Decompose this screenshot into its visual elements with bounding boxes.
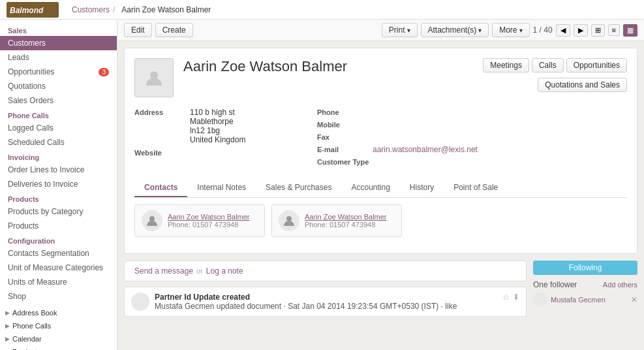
- breadcrumb-current: Aarin Zoe Watson Balmer: [121, 5, 211, 14]
- sidebar-item-order-lines[interactable]: Order Lines to Invoice: [0, 163, 117, 177]
- contact-avatar-0: [142, 210, 162, 231]
- contact-info-section: Phone Mobile Fax E-mail aarin.watsonbalm…: [317, 107, 480, 169]
- view-kanban-button[interactable]: ⊞: [591, 24, 605, 37]
- contact-name-1[interactable]: Aarin Zoe Watson Balmer: [305, 213, 387, 221]
- content-area: Edit Create Print Attachment(s) More 1 /…: [117, 20, 644, 350]
- sidebar-group-calendar[interactable]: Calendar: [0, 332, 117, 345]
- city: Mablethorpe: [190, 117, 245, 126]
- pagination-count: 1 / 40: [533, 25, 553, 35]
- activity-meta: Mustafa Gecmen updated document · Sat Ja…: [155, 302, 497, 311]
- calls-button[interactable]: Calls: [532, 58, 564, 72]
- sidebar: Sales Customers Leads Opportunities 3 Qu…: [0, 20, 117, 350]
- tab-accounting[interactable]: Accounting: [341, 179, 399, 197]
- create-button[interactable]: Create: [155, 23, 193, 37]
- send-bar: Send a message or Log a note: [124, 261, 527, 281]
- sidebar-item-deliveries[interactable]: Deliveries to Invoice: [0, 177, 117, 191]
- logo: Balmond: [7, 2, 59, 18]
- activity-user-link[interactable]: Mustafa Gecmen: [155, 302, 214, 311]
- address-section: Address 110 b high st Mablethorpe ln12 1…: [134, 107, 317, 169]
- contact-card-0: Aarin Zoe Watson Balmer Phone: 01507 473…: [134, 204, 265, 237]
- address-label: Address: [134, 107, 187, 118]
- sidebar-item-customers[interactable]: Customers: [0, 36, 117, 50]
- sidebar-item-sales-orders[interactable]: Sales Orders: [0, 93, 117, 108]
- activity-user-avatar: [131, 293, 149, 311]
- followers-header: One follower Add others: [533, 280, 637, 289]
- attachments-button[interactable]: Attachment(s): [421, 23, 489, 37]
- breadcrumb-separator: /: [113, 5, 115, 14]
- download-icon[interactable]: ⬇: [513, 293, 519, 302]
- contact-phone-1: Phone: 01507 473948: [305, 221, 387, 229]
- email-value[interactable]: aarin.watsonbalmer@lexis.net: [373, 144, 478, 155]
- sidebar-item-units-of-measure[interactable]: Units of Measure: [0, 275, 117, 289]
- next-button[interactable]: ▶: [574, 24, 588, 37]
- sidebar-item-opportunities[interactable]: Opportunities 3: [0, 65, 117, 79]
- followers-section: Following One follower Add others Mustaf…: [533, 261, 637, 317]
- send-message-link[interactable]: Send a message: [134, 266, 193, 276]
- tab-point-of-sale[interactable]: Point of Sale: [444, 179, 508, 197]
- follower-remove-0[interactable]: ✕: [631, 295, 637, 304]
- svg-point-4: [286, 216, 292, 221]
- sidebar-section-phone-calls: Phone Calls Logged Calls Scheduled Calls: [0, 108, 117, 150]
- customer-card: Aarin Zoe Watson Balmer Meetings Calls O…: [124, 48, 637, 254]
- sidebar-group-products[interactable]: Products: [0, 345, 117, 350]
- activity-content: Partner Id Update created Mustafa Gecmen…: [155, 293, 497, 311]
- meetings-button[interactable]: Meetings: [483, 58, 529, 72]
- sidebar-item-logged-calls[interactable]: Logged Calls: [0, 121, 117, 135]
- pagination: 1 / 40 ◀ ▶ ⊞ ≡ ▦: [533, 24, 637, 37]
- street: 110 b high st: [190, 108, 245, 117]
- sidebar-item-shop[interactable]: Shop: [0, 289, 117, 304]
- sidebar-group-address-book[interactable]: Address Book: [0, 306, 117, 319]
- opportunities-button[interactable]: Opportunities: [566, 58, 627, 72]
- sidebar-section-label-sales: Sales: [0, 23, 117, 36]
- activity-feed: Partner Id Update created Mustafa Gecmen…: [124, 287, 527, 317]
- customer-name: Aarin Zoe Watson Balmer: [183, 58, 483, 75]
- star-icon[interactable]: ☆: [502, 293, 510, 302]
- activity-like-link[interactable]: like: [445, 302, 457, 311]
- tab-internal-notes[interactable]: Internal Notes: [187, 179, 256, 197]
- contacts-grid: Aarin Zoe Watson Balmer Phone: 01507 473…: [134, 198, 627, 244]
- prev-button[interactable]: ◀: [556, 24, 570, 37]
- sidebar-groups: Address Book Phone Calls Calendar Produc…: [0, 306, 117, 350]
- activity-section: Send a message or Log a note Partner Id …: [124, 261, 527, 317]
- tab-contacts[interactable]: Contacts: [134, 179, 187, 197]
- follower-name-0[interactable]: Mustafa Gecmen: [551, 296, 628, 304]
- more-button[interactable]: More: [492, 23, 529, 37]
- address-value: 110 b high st Mablethorpe ln12 1bg Unite…: [187, 108, 245, 144]
- sidebar-item-products[interactable]: Products: [0, 219, 117, 233]
- contact-phone-0: Phone: 01507 473948: [168, 221, 250, 229]
- view-list-button[interactable]: ≡: [608, 24, 620, 36]
- country: United Kingdom: [190, 135, 245, 144]
- follower-count: One follower: [533, 280, 577, 289]
- sidebar-section-label-configuration: Configuration: [0, 233, 117, 246]
- breadcrumb-parent[interactable]: Customers: [72, 5, 110, 14]
- sidebar-item-scheduled-calls[interactable]: Scheduled Calls: [0, 135, 117, 150]
- postcode: ln12 1bg: [190, 126, 245, 135]
- tab-sales-purchases[interactable]: Sales & Purchases: [256, 179, 341, 197]
- sidebar-section-configuration: Configuration Contacts Segmentation Unit…: [0, 233, 117, 304]
- action-bar: Edit Create Print Attachment(s) More 1 /…: [117, 20, 644, 41]
- mobile-label: Mobile: [317, 119, 369, 130]
- card-header: Aarin Zoe Watson Balmer Meetings Calls O…: [134, 58, 627, 97]
- tab-history[interactable]: History: [400, 179, 444, 197]
- follower-item-0: Mustafa Gecmen ✕: [533, 293, 637, 307]
- sidebar-item-contacts-segmentation[interactable]: Contacts Segmentation: [0, 246, 117, 261]
- email-label: E-mail: [317, 144, 369, 155]
- log-note-link[interactable]: Log a note: [206, 266, 243, 276]
- sidebar-item-uom-categories[interactable]: Unit of Measure Categories: [0, 261, 117, 275]
- view-form-button[interactable]: ▦: [623, 24, 637, 37]
- sidebar-item-products-by-category[interactable]: Products by Category: [0, 204, 117, 219]
- quotations-sales-button[interactable]: Quotations and Sales: [538, 78, 627, 92]
- following-button[interactable]: Following: [533, 261, 637, 275]
- sidebar-item-quotations[interactable]: Quotations: [0, 79, 117, 93]
- contact-name-0[interactable]: Aarin Zoe Watson Balmer: [168, 213, 250, 221]
- sidebar-group-phone-calls[interactable]: Phone Calls: [0, 319, 117, 332]
- activity-title: Partner Id Update created: [155, 293, 497, 302]
- sidebar-item-leads[interactable]: Leads: [0, 50, 117, 65]
- tabs: Contacts Internal Notes Sales & Purchase…: [134, 179, 627, 198]
- print-button[interactable]: Print: [382, 23, 418, 37]
- logo-image[interactable]: Balmond: [7, 2, 59, 18]
- svg-text:Balmond: Balmond: [10, 6, 44, 15]
- add-others-link[interactable]: Add others: [603, 281, 637, 289]
- edit-button[interactable]: Edit: [124, 23, 152, 37]
- follower-avatar-0: [533, 293, 547, 307]
